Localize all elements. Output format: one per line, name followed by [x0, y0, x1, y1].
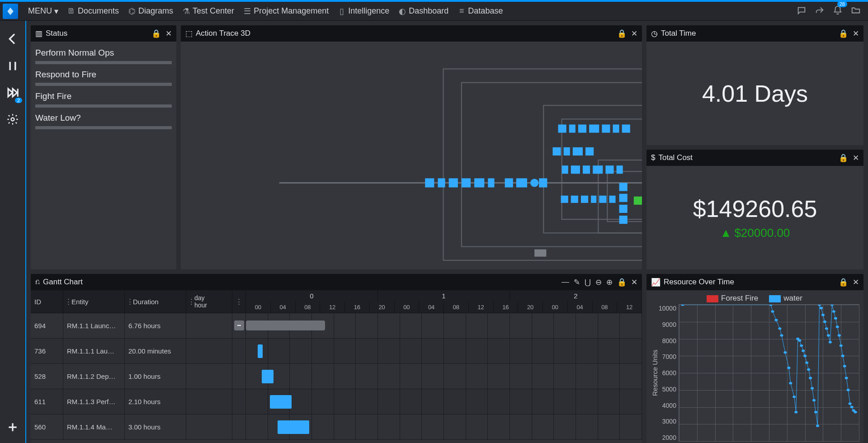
hour-header: 04 — [419, 302, 444, 313]
svg-point-53 — [769, 305, 772, 306]
nav-documents[interactable]: 🗎Documents — [63, 5, 123, 18]
gantt-row[interactable]: 528 RM.1.1.2 Dep… 1.00 hours — [31, 364, 642, 389]
gantt-bar[interactable] — [270, 395, 292, 409]
status-item[interactable]: Perform Normal Ops — [35, 44, 172, 66]
trace-viewport[interactable] — [181, 42, 642, 269]
status-label: Fight Fire — [35, 91, 172, 101]
lock-icon[interactable]: 🔒 — [839, 153, 848, 163]
total-time-value: 4.01 Days — [702, 80, 808, 107]
bell-icon[interactable]: 28 — [833, 5, 843, 17]
minimize-icon[interactable]: — — [561, 278, 569, 287]
svg-point-70 — [809, 377, 812, 379]
folder-icon[interactable] — [851, 5, 861, 17]
lock-icon[interactable]: 🔒 — [617, 278, 627, 287]
lock-icon[interactable]: 🔒 — [839, 29, 848, 38]
nav-intelligence[interactable]: ▯Intelligence — [333, 5, 394, 18]
gantt-row[interactable]: 694 RM.1.1 Launc… 6.76 hours − — [31, 313, 642, 339]
svg-point-66 — [802, 349, 805, 352]
nav-database[interactable]: ≡Database — [453, 5, 507, 18]
gantt-row[interactable]: 736 RM.1.1.1 Lau… 20.00 minutes — [31, 339, 642, 364]
svg-rect-13 — [488, 178, 494, 187]
panel-title: Status — [46, 29, 67, 38]
resource-panel: 📈Resource Over Time 🔒✕ Forest Fire water… — [646, 274, 863, 443]
chat-icon[interactable] — [797, 5, 807, 17]
gantt-bar[interactable] — [262, 370, 274, 383]
legend-swatch — [769, 295, 781, 302]
cell-empty — [232, 364, 246, 389]
back-button[interactable] — [5, 32, 20, 48]
app-logo[interactable] — [3, 4, 18, 19]
status-label: Perform Normal Ops — [35, 48, 172, 58]
status-item[interactable]: Respond to Fire — [35, 66, 172, 88]
column-options-icon[interactable]: ⋮ — [188, 290, 195, 313]
gantt-row[interactable]: 560 RM.1.1.4 Ma… 3.00 hours — [31, 415, 642, 440]
lock-icon[interactable]: 🔒 — [617, 29, 627, 38]
nav-dashboard[interactable]: ◐Dashboard — [394, 5, 453, 18]
gantt-bar[interactable] — [258, 344, 263, 358]
status-list: Perform Normal Ops Respond to Fire Fight… — [31, 42, 176, 269]
svg-rect-24 — [622, 124, 630, 132]
day-header: 0 — [246, 290, 378, 302]
column-options-icon[interactable]: ⋮ — [127, 290, 133, 313]
cube-icon: ⬚ — [185, 29, 193, 38]
share-icon[interactable] — [815, 5, 825, 17]
close-icon[interactable]: ✕ — [853, 278, 859, 287]
gantt-bar[interactable] — [278, 420, 309, 434]
column-more-icon[interactable]: ⋮ — [232, 290, 246, 313]
svg-rect-17 — [539, 178, 547, 187]
panel-title: Gantt Chart — [43, 278, 83, 287]
pause-button[interactable] — [6, 60, 19, 74]
gantt-bar-area[interactable] — [246, 339, 642, 363]
close-icon[interactable]: ✕ — [631, 29, 637, 38]
gantt-row[interactable]: 611 RM.1.1.3 Perf… 2.10 hours — [31, 389, 642, 415]
status-item[interactable]: Fight Fire — [35, 88, 172, 109]
ff-badge: 2 — [15, 98, 22, 103]
close-icon[interactable]: ✕ — [853, 29, 859, 38]
fast-forward-button[interactable]: 2 — [6, 86, 19, 101]
close-icon[interactable]: ✕ — [165, 29, 172, 38]
svg-point-78 — [823, 320, 826, 323]
svg-rect-37 — [619, 205, 627, 213]
add-button[interactable] — [7, 421, 19, 435]
col-duration[interactable]: ⋮Duration — [125, 290, 186, 313]
lock-icon[interactable]: 🔒 — [839, 278, 848, 287]
svg-rect-10 — [449, 178, 458, 187]
legend-item[interactable]: Forest Fire — [707, 294, 758, 303]
col-entity[interactable]: ⋮Entity — [63, 290, 125, 313]
nav-test-center[interactable]: ⚗Test Center — [178, 5, 239, 18]
nav-diagrams[interactable]: ⌬Diagrams — [123, 5, 178, 18]
magnet-icon[interactable]: ⋃ — [585, 278, 591, 287]
col-id[interactable]: ID — [31, 290, 63, 313]
close-icon[interactable]: ✕ — [631, 278, 637, 287]
collapse-toggle[interactable]: − — [234, 320, 244, 330]
chart-plot[interactable] — [679, 305, 859, 441]
legend-item[interactable]: water — [769, 294, 802, 303]
gantt-bar-area[interactable] — [246, 389, 642, 414]
zoom-out-icon[interactable]: ⊖ — [595, 278, 602, 287]
svg-point-64 — [798, 339, 801, 342]
cell-duration: 6.76 hours — [125, 313, 186, 338]
menu-dropdown[interactable]: MENU ▾ — [24, 5, 63, 18]
legend-label: water — [783, 294, 802, 302]
gantt-bar[interactable] — [246, 320, 325, 330]
col-dayhour[interactable]: ⋮ day hour — [186, 290, 232, 313]
zoom-in-icon[interactable]: ⊕ — [606, 278, 613, 287]
status-item[interactable]: Water Low? — [35, 109, 172, 131]
lock-icon[interactable]: 🔒 — [151, 29, 161, 38]
chart-bar-icon: ▥ — [35, 29, 42, 38]
svg-rect-38 — [619, 216, 627, 224]
svg-rect-21 — [589, 124, 599, 132]
settings-button[interactable] — [6, 113, 19, 127]
ytick: 7000 — [659, 353, 676, 360]
hour-header: 08 — [593, 302, 618, 313]
progress-bar — [35, 61, 172, 64]
col-label: Entity — [71, 298, 89, 306]
nav-project-management[interactable]: ☰Project Management — [239, 5, 333, 18]
gantt-bar-area[interactable]: − — [246, 313, 642, 338]
column-options-icon[interactable]: ⋮ — [65, 290, 72, 313]
svg-point-57 — [780, 334, 783, 336]
gantt-bar-area[interactable] — [246, 364, 642, 389]
gantt-bar-area[interactable] — [246, 415, 642, 439]
close-icon[interactable]: ✕ — [853, 153, 859, 163]
wand-icon[interactable]: ✎ — [574, 278, 580, 287]
